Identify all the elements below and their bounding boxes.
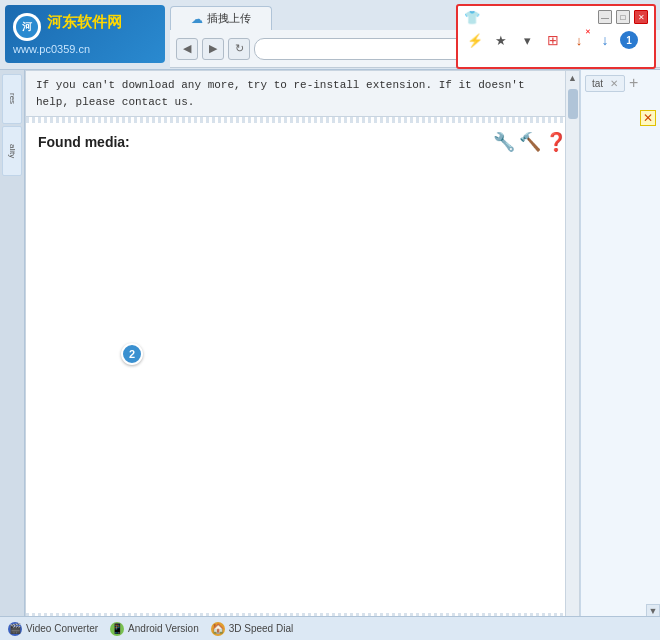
panel-badge: 2 (121, 343, 143, 365)
right-tab[interactable]: tat ✕ (585, 75, 625, 92)
error-bar: If you can't download any more, try to r… (26, 71, 579, 117)
tab-icon: ☁ (191, 12, 203, 26)
bottom-item-3d[interactable]: 🏠 3D Speed Dial (211, 622, 293, 636)
error-line1: If you can't download any more, try to r… (36, 79, 524, 91)
found-media-header: Found media: 🔧 🔨 ❓ (38, 131, 567, 153)
logo-area: 河 河东软件网 www.pc0359.cn (5, 5, 165, 63)
found-media-title: Found media: (38, 134, 130, 150)
extension-popup: 👕 — □ ✕ ⚡ ★ ▾ ⊞ ↓✕ ↓ 1 (456, 4, 656, 69)
browser-top-bar: 河 河东软件网 www.pc0359.cn ☁ 插拽上传 ◀ ▶ ↻ ⚡ ★ ▾… (0, 0, 660, 70)
error-line2: help, please contact us. (36, 96, 194, 108)
help-icon[interactable]: ❓ (545, 131, 567, 153)
left-sidebar: res ality (0, 70, 25, 620)
video-label: Video Converter (26, 623, 98, 634)
home-icon: 🏠 (211, 622, 225, 636)
ext-bolt-icon[interactable]: ⚡ (464, 29, 486, 51)
back-button[interactable]: ◀ (176, 38, 198, 60)
video-icon: 🎬 (8, 622, 22, 636)
panel-scrollbar: ▲ (565, 71, 579, 619)
logo-subtext: www.pc0359.cn (13, 43, 90, 55)
logo-text: 河东软件网 (47, 13, 122, 32)
refresh-button[interactable]: ↻ (228, 38, 250, 60)
sidebar-btn-2[interactable]: ality (2, 126, 22, 176)
right-tab-row: tat ✕ + (581, 70, 660, 92)
ext-minimize-btn[interactable]: — (598, 10, 612, 24)
active-tab[interactable]: ☁ 插拽上传 (170, 6, 272, 30)
scroll-thumb[interactable] (568, 89, 578, 119)
warning-close-btn[interactable]: ✕ (640, 110, 656, 126)
add-tab-btn[interactable]: + (629, 74, 638, 92)
ext-badge: 1 (620, 31, 638, 49)
ext-close-btn[interactable]: ✕ (634, 10, 648, 24)
android-label: Android Version (128, 623, 199, 634)
ext-dropdown-icon[interactable]: ▾ (516, 29, 538, 51)
ext-popup-titlebar: 👕 — □ ✕ (464, 10, 648, 25)
ext-shirt-icon: 👕 (464, 10, 480, 25)
ext-star-icon[interactable]: ★ (490, 29, 512, 51)
bottom-item-android[interactable]: 📱 Android Version (110, 622, 199, 636)
ext-popup-toolbar: ⚡ ★ ▾ ⊞ ↓✕ ↓ 1 (464, 27, 648, 53)
address-input[interactable] (254, 38, 478, 60)
right-tab-close[interactable]: ✕ (610, 78, 618, 89)
forward-button[interactable]: ▶ (202, 38, 224, 60)
extension-panel: If you can't download any more, try to r… (25, 70, 580, 620)
hammer-icon[interactable]: 🔨 (519, 131, 541, 153)
logo-circle-inner: 河 (16, 16, 38, 38)
media-tools: 🔧 🔨 ❓ (493, 131, 567, 153)
right-panel: tat ✕ + ✕ (580, 70, 660, 620)
bottom-item-video[interactable]: 🎬 Video Converter (8, 622, 98, 636)
ext-maximize-btn[interactable]: □ (616, 10, 630, 24)
main-area: res ality If you can't download any more… (0, 70, 660, 620)
scroll-up-arrow[interactable]: ▲ (566, 71, 579, 85)
panel-content: Found media: 🔧 🔨 ❓ 2 (26, 123, 579, 619)
wrench-icon[interactable]: 🔧 (493, 131, 515, 153)
ext-download-blocked[interactable]: ↓✕ (568, 29, 590, 51)
tab-label: 插拽上传 (207, 11, 251, 26)
ext-grid-icon[interactable]: ⊞ (542, 29, 564, 51)
browser-bottom: 🎬 Video Converter 📱 Android Version 🏠 3D… (0, 616, 660, 640)
ext-download-icon[interactable]: ↓ (594, 29, 616, 51)
logo-circle: 河 (13, 13, 41, 41)
3d-label: 3D Speed Dial (229, 623, 293, 634)
android-icon: 📱 (110, 622, 124, 636)
sidebar-btn-1[interactable]: res (2, 74, 22, 124)
